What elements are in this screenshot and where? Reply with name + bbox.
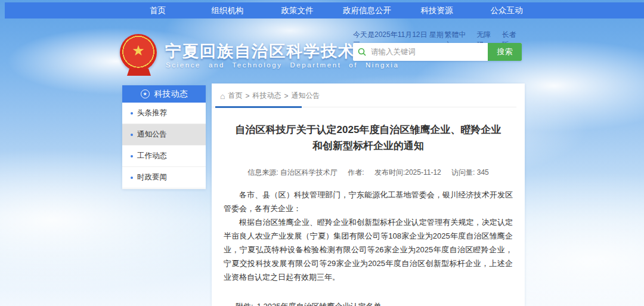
- divider-blue-accent: [215, 106, 302, 108]
- site-subtitle: Science and Technology Department of Nin…: [166, 61, 399, 69]
- breadcrumb: ⌂ 首页 > 科技动态 > 通知公告: [212, 84, 525, 101]
- sidebar-title: 科技动态: [154, 89, 188, 100]
- bullet-dot-icon: [131, 112, 133, 115]
- search-bar: 搜索: [353, 43, 522, 61]
- article-paragraph: 根据自治区雏鹰企业、瞪羚企业和创新型标杆企业认定管理有关规定，决定认定半亩良人农…: [224, 215, 513, 284]
- article-title-line1: 自治区科技厅关于认定2025年度自治区雏鹰企业、瞪羚企业: [212, 122, 525, 138]
- article-meta: 信息来源: 自治区科学技术厅 作者: 发布时间:2025-11-12 访问量: …: [212, 168, 525, 178]
- article-body: 各市、县（区）科技管理部门，宁东能源化工基地管委会，银川经济技术开发区管委会，各…: [224, 188, 513, 284]
- sidebar-item-label: 头条推荐: [137, 108, 167, 118]
- breadcrumb-separator: >: [284, 92, 288, 100]
- national-emblem-logo: ★: [120, 34, 158, 77]
- sidebar-item-political-news[interactable]: 时政要闻: [122, 167, 206, 188]
- site-title: 宁夏回族自治区科学技术厅: [165, 41, 373, 62]
- emblem-circle-icon: ★: [120, 34, 157, 71]
- breadcrumb-home[interactable]: 首页: [228, 91, 242, 101]
- article-paragraph: 各市、县（区）科技管理部门，宁东能源化工基地管委会，银川经济技术开发区管委会，各…: [224, 188, 513, 215]
- sidebar-item-work-trends[interactable]: 工作动态: [122, 146, 206, 167]
- nav-item-organization[interactable]: 组织机构: [193, 2, 262, 18]
- search-input[interactable]: [371, 48, 488, 56]
- breadcrumb-divider: [212, 106, 516, 108]
- star-circle-icon: ★: [141, 89, 150, 98]
- breadcrumb-notices[interactable]: 通知公告: [292, 91, 320, 101]
- emblem-ribbon: [127, 69, 151, 76]
- sidebar: ★ 科技动态 头条推荐 通知公告 工作动态 时政要闻: [122, 85, 206, 189]
- meta-author: 作者:: [348, 168, 364, 177]
- nav-item-home[interactable]: 首页: [123, 2, 193, 18]
- meta-visits: 访问量: 345: [451, 168, 489, 177]
- sidebar-item-headlines[interactable]: 头条推荐: [122, 103, 206, 124]
- nav-item-policy[interactable]: 政策文件: [262, 2, 332, 18]
- star-icon: ★: [132, 44, 145, 58]
- home-icon: ⌂: [220, 92, 225, 100]
- sidebar-item-label: 工作动态: [137, 151, 167, 161]
- sidebar-item-notices[interactable]: 通知公告: [122, 124, 206, 146]
- bullet-dot-icon: [131, 155, 133, 157]
- main-panel: ⌂ 首页 > 科技动态 > 通知公告 自治区科技厅关于认定2025年度自治区雏鹰…: [212, 84, 525, 306]
- attachment-link-1[interactable]: 1.2025年度自治区雏鹰企业认定名单: [257, 300, 405, 306]
- article-title-line2: 和创新型标杆企业的通知: [212, 138, 525, 154]
- bullet-dot-icon: [131, 177, 133, 179]
- meta-publish-time: 发布时间:2025-11-12: [374, 168, 441, 177]
- meta-source: 信息来源: 自治区科学技术厅: [247, 168, 338, 177]
- search-icon: [353, 48, 371, 56]
- sidebar-item-label: 时政要闻: [137, 172, 167, 183]
- breadcrumb-tech-trends[interactable]: 科技动态: [252, 91, 281, 101]
- nav-item-interaction[interactable]: 公众互动: [472, 2, 541, 18]
- nav-item-resources[interactable]: 科技资源: [402, 2, 472, 18]
- article-title: 自治区科技厅关于认定2025年度自治区雏鹰企业、瞪羚企业 和创新型标杆企业的通知: [212, 122, 525, 154]
- nav-item-gov-info[interactable]: 政府信息公开: [332, 2, 402, 18]
- sidebar-item-label: 通知公告: [137, 129, 167, 140]
- attachments-label: 附件:: [236, 300, 253, 306]
- breadcrumb-separator: >: [245, 92, 249, 100]
- sidebar-header: ★ 科技动态: [122, 85, 206, 103]
- search-button[interactable]: 搜索: [488, 43, 522, 61]
- top-nav: 首页 组织机构 政策文件 政府信息公开 科技资源 公众互动: [5, 2, 644, 18]
- attachments-section: 附件: 1.2025年度自治区雏鹰企业认定名单 2.2025年度自治区瞪羚企业认…: [236, 300, 525, 306]
- bullet-dot-icon: [131, 134, 133, 136]
- page: 首页 组织机构 政策文件 政府信息公开 科技资源 公众互动 ★ 宁夏回族自治区科…: [0, 0, 644, 306]
- attachments-list: 1.2025年度自治区雏鹰企业认定名单 2.2025年度自治区瞪羚企业认定名单 …: [257, 300, 405, 306]
